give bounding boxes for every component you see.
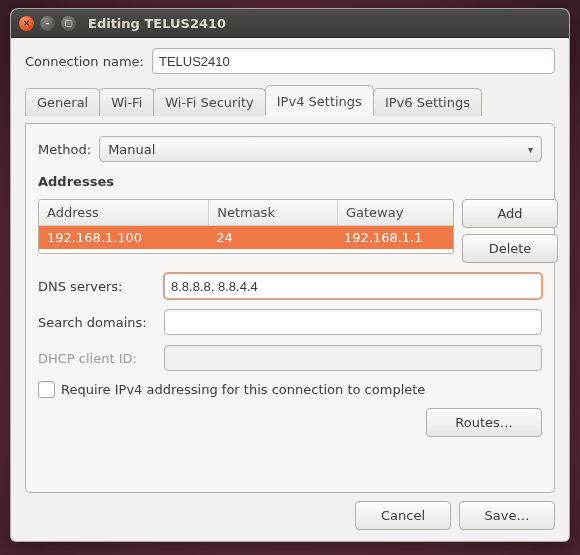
addresses-header: Address Netmask Gateway — [39, 200, 453, 226]
table-row[interactable]: 192.168.1.100 24 192.168.1.1 — [39, 226, 453, 249]
search-domains-label: Search domains: — [38, 315, 156, 330]
method-label: Method: — [38, 142, 91, 157]
minimize-icon[interactable]: – — [40, 16, 55, 31]
require-ipv4-label: Require IPv4 addressing for this connect… — [61, 382, 425, 397]
ipv4-panel: Method: Manual ▾ Addresses Address Netma… — [25, 123, 555, 493]
maximize-icon[interactable]: ▢ — [61, 16, 76, 31]
tab-general[interactable]: General — [25, 88, 100, 116]
editor-window: × – ▢ Editing TELUS2410 Connection name:… — [10, 8, 570, 542]
col-gateway[interactable]: Gateway — [338, 200, 453, 225]
titlebar[interactable]: × – ▢ Editing TELUS2410 — [11, 9, 569, 38]
method-combobox[interactable]: Manual ▾ — [99, 136, 542, 162]
cell-address[interactable]: 192.168.1.100 — [39, 226, 208, 249]
tab-wifi[interactable]: Wi-Fi — [99, 88, 154, 116]
dhcp-client-id-input — [164, 345, 542, 371]
dhcp-client-id-label: DHCP client ID: — [38, 351, 156, 366]
close-icon[interactable]: × — [19, 16, 34, 31]
col-netmask[interactable]: Netmask — [209, 200, 338, 225]
dns-servers-input[interactable] — [164, 273, 542, 299]
cell-netmask[interactable]: 24 — [208, 226, 336, 249]
routes-button[interactable]: Routes… — [426, 408, 542, 437]
col-address[interactable]: Address — [39, 200, 209, 225]
add-button[interactable]: Add — [462, 199, 558, 228]
dns-servers-label: DNS servers: — [38, 279, 156, 294]
window-title: Editing TELUS2410 — [88, 16, 226, 31]
method-value: Manual — [108, 142, 155, 157]
addresses-table[interactable]: Address Netmask Gateway 192.168.1.100 24… — [38, 199, 454, 254]
search-domains-input[interactable] — [164, 309, 542, 335]
save-button[interactable]: Save… — [459, 501, 555, 530]
tab-ipv6-settings[interactable]: IPv6 Settings — [373, 88, 482, 116]
tab-ipv4-settings[interactable]: IPv4 Settings — [265, 85, 374, 116]
delete-button[interactable]: Delete — [462, 234, 558, 263]
addresses-heading: Addresses — [38, 174, 542, 189]
dialog-footer: Cancel Save… — [25, 501, 555, 530]
tab-bar: General Wi-Fi Wi-Fi Security IPv4 Settin… — [25, 84, 555, 115]
cell-gateway[interactable]: 192.168.1.1 — [336, 226, 453, 249]
tab-wifi-security[interactable]: Wi-Fi Security — [153, 88, 266, 116]
connection-name-label: Connection name: — [25, 54, 144, 69]
connection-name-input[interactable] — [152, 48, 555, 74]
cancel-button[interactable]: Cancel — [355, 501, 451, 530]
require-ipv4-checkbox[interactable] — [38, 381, 55, 398]
chevron-down-icon: ▾ — [528, 144, 533, 155]
